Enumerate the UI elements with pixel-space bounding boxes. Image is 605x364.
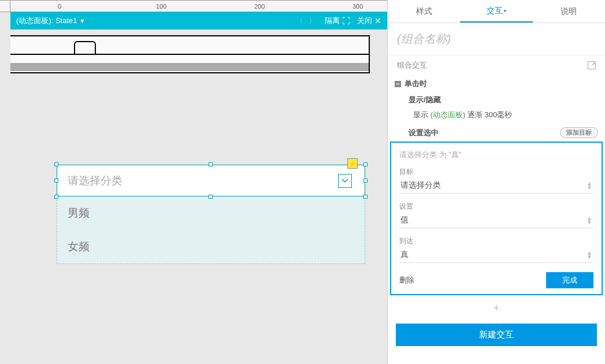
canvas-area: 0 100 200 300 (动态面板): State1 ▼ 〈 〉 隔离 ⛶ … — [0, 0, 387, 364]
dropdown-placeholder: 请选择分类 — [68, 173, 123, 188]
done-button[interactable]: 完成 — [546, 272, 593, 288]
target-label: 目标 — [399, 167, 593, 177]
target-value: 请选择分类 — [400, 180, 441, 191]
tab-interact-label: 交互 — [487, 6, 503, 16]
to-label: 到达 — [399, 236, 593, 246]
interaction-indicator-icon[interactable]: ⚡ — [347, 158, 358, 169]
horizontal-ruler: 0 100 200 300 — [10, 1, 387, 12]
dropdown-widget[interactable]: 请选择分类 ⚡ 男频 女频 — [57, 165, 365, 264]
close-label: 关闭 — [357, 16, 372, 26]
panel-state-label[interactable]: (动态面板): State1 — [16, 16, 77, 26]
isolate-button[interactable]: 隔离 ⛶ — [325, 16, 350, 26]
section-title: 组合交互 — [397, 60, 427, 70]
target-select[interactable]: 请选择分类 ▲▼ — [399, 178, 593, 194]
browser-line — [10, 54, 369, 55]
updown-icon: ▲▼ — [587, 216, 592, 224]
canvas-content[interactable]: 请选择分类 ⚡ 男频 女频 — [10, 29, 387, 364]
chevron-down-icon[interactable] — [338, 174, 352, 188]
dynamic-panel-header: (动态面板): State1 ▼ 〈 〉 隔离 ⛶ 关闭 ✕ — [10, 12, 387, 29]
inspector-tabs: 样式 交互● 说明 — [388, 0, 605, 23]
dropdown-header[interactable]: 请选择分类 ⚡ — [57, 165, 365, 196]
edit-footer: 删除 完成 — [399, 272, 593, 288]
ruler-tick: 0 — [58, 3, 61, 10]
dropdown-option[interactable]: 男频 — [57, 196, 365, 230]
widget-name-input[interactable]: (组合名称) — [388, 23, 605, 55]
interactions-section-header: 组合交互 — [388, 55, 605, 75]
browser-tab-shape — [74, 41, 96, 54]
browser-toolbar-shape — [10, 63, 369, 71]
new-interaction-button[interactable]: 新建交互 — [396, 324, 597, 346]
event-onclick[interactable]: − 单击时 — [388, 75, 605, 92]
delete-button[interactable]: 删除 — [399, 275, 414, 285]
action-show-hide-detail[interactable]: 显示 (动态面板) 逐渐 300毫秒 — [388, 107, 605, 125]
tab-interact[interactable]: 交互● — [460, 0, 532, 23]
updown-icon: ▲▼ — [587, 251, 592, 259]
collapse-icon[interactable]: − — [395, 81, 401, 87]
active-dot-icon: ● — [504, 8, 507, 13]
close-button[interactable]: 关闭 ✕ — [357, 16, 381, 26]
detail-target: (动态面板) — [430, 110, 466, 119]
event-label: 单击时 — [404, 79, 427, 89]
action-set-selected-label: 设置选中 — [409, 128, 439, 138]
edit-summary: 请选择分类 为 "真" — [399, 150, 593, 160]
action-edit-panel: 请选择分类 为 "真" 目标 请选择分类 ▲▼ 设置 值 ▲▼ 到达 真 ▲▼ … — [390, 142, 603, 295]
tab-style[interactable]: 样式 — [388, 0, 460, 23]
ruler-tick: 300 — [352, 3, 363, 10]
action-show-hide[interactable]: 显示/隐藏 — [388, 92, 605, 107]
ruler-corner — [0, 1, 10, 12]
dropdown-list: 男频 女频 — [57, 196, 365, 264]
browser-frame-shape[interactable] — [10, 35, 370, 73]
ruler-tick: 200 — [254, 3, 265, 10]
expand-icon[interactable] — [588, 61, 596, 69]
state-nav-arrows[interactable]: 〈 〉 — [296, 17, 318, 25]
updown-icon: ▲▼ — [587, 181, 592, 190]
dropdown-option[interactable]: 女频 — [57, 230, 365, 263]
detail-suffix: 逐渐 300毫秒 — [465, 110, 512, 119]
ruler-tick: 100 — [156, 3, 166, 10]
to-select[interactable]: 真 ▲▼ — [399, 247, 593, 263]
detail-prefix: 显示 — [413, 110, 430, 119]
tab-notes[interactable]: 说明 — [533, 0, 605, 23]
set-label: 设置 — [399, 202, 593, 211]
isolate-label: 隔离 — [325, 16, 340, 26]
to-value: 真 — [400, 250, 409, 260]
action-set-selected[interactable]: 设置选中 添加目标 — [388, 125, 605, 140]
set-value: 值 — [400, 215, 409, 225]
set-select[interactable]: 值 ▲▼ — [399, 213, 593, 228]
add-action-button[interactable]: + — [388, 300, 605, 317]
close-icon: ✕ — [374, 16, 381, 25]
state-dropdown-icon[interactable]: ▼ — [79, 18, 85, 24]
isolate-icon: ⛶ — [342, 16, 350, 25]
add-target-button[interactable]: 添加目标 — [560, 127, 598, 138]
inspector-panel: 样式 交互● 说明 (组合名称) 组合交互 − 单击时 显示/隐藏 显示 (动态… — [387, 0, 605, 364]
